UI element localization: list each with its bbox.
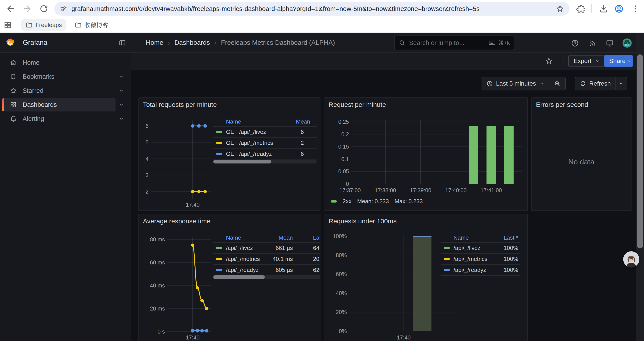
keyboard-icon — [488, 39, 496, 47]
sidebar-item-starred[interactable]: Starred — [2, 84, 116, 97]
svg-text:80 ms: 80 ms — [150, 236, 165, 242]
legend-scrollbar[interactable] — [213, 160, 317, 163]
browser-toolbar: grafana.mathmast.com/d/deytv4rwavabkb/fr… — [0, 0, 644, 18]
legend-header: NameLast * — [440, 233, 520, 243]
svg-text:40%: 40% — [336, 290, 347, 296]
svg-text:0 s: 0 s — [158, 328, 165, 335]
reload-icon[interactable] — [39, 4, 49, 14]
legend-row[interactable]: GET /api/_/metrics2 — [213, 138, 317, 149]
svg-text:100%: 100% — [333, 233, 347, 239]
refresh-icon — [580, 80, 586, 87]
browser-menu-icon[interactable] — [631, 4, 640, 14]
profile-icon[interactable] — [614, 4, 624, 14]
download-icon[interactable] — [599, 4, 608, 14]
chevron-down-icon — [118, 74, 124, 80]
forward-icon[interactable] — [22, 4, 32, 14]
legend-scrollbar[interactable] — [213, 275, 320, 279]
bookmark-item[interactable]: 收藏博客 — [70, 19, 113, 31]
svg-text:0: 0 — [346, 181, 349, 187]
apps-grid-icon[interactable] — [4, 21, 12, 29]
window-scrollbar[interactable] — [636, 33, 644, 341]
refresh-controls: Refresh — [575, 77, 627, 90]
legend-header: NameMean — [213, 117, 317, 127]
sidebar-item-bookmarks[interactable]: Bookmarks — [2, 70, 116, 83]
svg-text:17:37:00: 17:37:00 — [339, 187, 360, 193]
chevron-down-icon — [118, 102, 124, 108]
user-avatar[interactable] — [622, 38, 632, 48]
chevron-down-icon — [594, 58, 600, 64]
zoom-out-icon — [554, 80, 560, 87]
legend-scrollbar-thumb[interactable] — [213, 160, 271, 163]
series-swatch — [216, 153, 222, 155]
bookmark-item[interactable]: Freeleaps — [21, 19, 66, 31]
star-icon — [10, 87, 17, 94]
legend-table: NameMeanLas/api/_/livez661 µs646/api/_/m… — [213, 233, 320, 276]
rss-icon[interactable] — [588, 39, 596, 47]
bookmark-icon — [10, 73, 17, 80]
svg-text:40 ms: 40 ms — [150, 282, 165, 288]
bookmark-star-icon[interactable] — [556, 5, 564, 13]
panel-title[interactable]: Errors per second — [536, 101, 588, 108]
bookmarks-bar: Freeleaps收藏博客 — [0, 18, 644, 33]
time-range-picker[interactable]: Last 5 minutes — [482, 77, 549, 90]
legend-row[interactable]: /api/_/readyz100% — [440, 265, 520, 276]
address-bar[interactable]: grafana.mathmast.com/d/deytv4rwavabkb/fr… — [54, 2, 570, 16]
legend-row[interactable]: /api/_/livez661 µs646 — [213, 243, 320, 254]
series-swatch — [216, 247, 222, 249]
legend-row[interactable]: /api/_/livez100% — [440, 243, 520, 254]
sidebar-item-dashboards[interactable]: Dashboards — [2, 98, 116, 112]
svg-text:17:40: 17:40 — [397, 334, 411, 340]
actions-divider — [564, 56, 564, 66]
refresh-interval-dropdown[interactable] — [616, 77, 627, 90]
breadcrumb: Home›Dashboards›Freeleaps Metrics Dashbo… — [146, 33, 335, 52]
series-name: 2xx — [342, 198, 351, 205]
url-text: grafana.mathmast.com/d/deytv4rwavabkb/fr… — [72, 5, 552, 13]
svg-text:20 ms: 20 ms — [150, 305, 165, 311]
svg-text:17:40:00: 17:40:00 — [445, 187, 466, 193]
legend-row[interactable]: /api/_/metrics100% — [440, 254, 520, 265]
extensions-icon[interactable] — [576, 4, 585, 14]
sidebar-item-label: Bookmarks — [22, 73, 54, 80]
zoom-out-button[interactable] — [549, 77, 565, 90]
breadcrumb-item[interactable]: Home — [146, 39, 163, 46]
svg-text:0.2: 0.2 — [341, 131, 349, 137]
refresh-button[interactable]: Refresh — [575, 77, 615, 90]
toolbar-divider — [591, 5, 592, 13]
favorite-star-icon[interactable] — [545, 57, 553, 65]
svg-text:0.05: 0.05 — [338, 168, 349, 174]
folder-icon — [26, 22, 32, 29]
breadcrumb-item[interactable]: Dashboards — [174, 39, 210, 46]
sidebar-collapse-icon[interactable] — [118, 39, 126, 47]
sidebar-item-alerting[interactable]: Alerting — [2, 112, 116, 126]
time-range-label: Last 5 minutes — [496, 80, 536, 87]
legend-row[interactable]: GET /api/_/readyz6 — [213, 149, 317, 160]
window-scrollbar-thumb[interactable] — [637, 55, 643, 248]
site-info-icon[interactable] — [60, 5, 68, 13]
grafana-logo[interactable] — [5, 37, 15, 48]
svg-text:17:38:00: 17:38:00 — [374, 187, 396, 193]
svg-text:80%: 80% — [336, 252, 347, 258]
chevron-down-icon — [118, 88, 124, 94]
svg-text:6: 6 — [146, 123, 148, 129]
legend-row[interactable]: /api/_/readyz605 µs620 — [213, 265, 320, 276]
sidebar-item-home[interactable]: Home — [2, 56, 116, 69]
search-input[interactable] — [408, 39, 485, 47]
search-box[interactable]: ⌘+k — [394, 36, 514, 50]
back-icon[interactable] — [6, 4, 16, 14]
svg-text:0%: 0% — [339, 328, 347, 334]
svg-text:60%: 60% — [336, 271, 347, 277]
floating-assistant-avatar[interactable] — [623, 251, 640, 267]
share-dropdown-button[interactable] — [625, 55, 633, 67]
legend[interactable]: 2xx Mean: 0.233 Max: 0.233 — [331, 198, 423, 205]
svg-text:17:41:00: 17:41:00 — [480, 187, 502, 193]
svg-text:0.25: 0.25 — [338, 119, 349, 125]
svg-text:60 ms: 60 ms — [150, 259, 165, 265]
legend-scrollbar-thumb[interactable] — [213, 275, 265, 279]
monitor-icon[interactable] — [606, 39, 614, 47]
export-button[interactable]: Export — [568, 55, 606, 67]
legend-row[interactable]: /api/_/metrics40.1 ms20.5 r — [213, 254, 320, 265]
series-swatch — [331, 200, 337, 203]
legend-row[interactable]: GET /api/_/livez6 — [213, 127, 317, 138]
help-icon[interactable] — [571, 39, 579, 47]
legend-table: NameLast */api/_/livez100%/api/_/metrics… — [440, 233, 520, 276]
